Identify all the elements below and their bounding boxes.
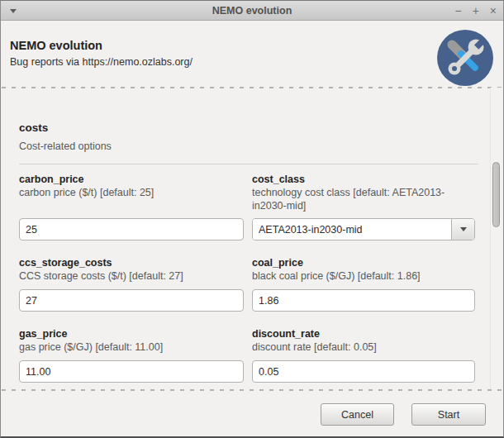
vertical-scrollbar[interactable] [490, 88, 502, 389]
field-label: coal_price [252, 256, 475, 269]
gas-price-input[interactable] [19, 360, 244, 383]
window-menu-icon[interactable] [10, 9, 17, 13]
start-button[interactable]: Start [411, 403, 486, 426]
scroll-edge-top [2, 87, 502, 88]
field-label: gas_price [19, 327, 244, 340]
section-description: Cost-related options [19, 140, 112, 152]
scrollbar-thumb[interactable] [492, 162, 500, 227]
dropdown-button[interactable] [451, 219, 474, 240]
field-label: ccs_storage_costs [19, 256, 244, 269]
discount-rate-input[interactable] [252, 360, 475, 383]
app-subtitle: Bug reports via https://nemo.ozlabs.org/ [10, 55, 502, 69]
field-label: discount_rate [252, 327, 475, 340]
field-label: cost_class [252, 173, 475, 186]
field-cost-class: cost_class technology cost class [defaul… [252, 173, 475, 240]
field-description: technology cost class [default: AETA2013… [252, 186, 475, 212]
field-label: carbon_price [19, 173, 244, 186]
tools-icon [437, 30, 493, 86]
cancel-button[interactable]: Cancel [321, 403, 394, 426]
field-gas-price: gas_price gas price ($/GJ) [default: 11.… [19, 327, 244, 383]
assistant-header: NEMO evolution Bug reports via https://n… [2, 21, 502, 87]
field-coal-price: coal_price black coal price ($/GJ) [defa… [252, 256, 475, 312]
titlebar[interactable]: NEMO evolution − + × [1, 1, 503, 21]
cost-class-combobox[interactable]: AETA2013-in2030-mid [252, 218, 475, 240]
field-description: black coal price ($/GJ) [default: 1.86] [252, 269, 475, 283]
carbon-price-input[interactable] [19, 218, 244, 240]
field-description: discount rate [default: 0.05] [252, 340, 475, 354]
close-button[interactable]: × [490, 1, 497, 21]
window-controls: − + × [454, 1, 497, 21]
ccs-storage-costs-input[interactable] [19, 289, 244, 312]
cost-class-value: AETA2013-in2030-mid [253, 219, 451, 240]
field-description: carbon price ($/t) [default: 25] [19, 186, 244, 199]
maximize-button[interactable]: + [473, 1, 479, 21]
section-separator [19, 164, 478, 164]
app-title: NEMO evolution [10, 38, 502, 53]
field-carbon-price: carbon_price carbon price ($/t) [default… [19, 173, 244, 240]
field-description: gas price ($/GJ) [default: 11.00] [19, 340, 244, 354]
section-title: costs [19, 121, 48, 134]
chevron-down-icon [460, 227, 467, 231]
field-description: CCS storage costs ($/t) [default: 27] [19, 269, 244, 283]
field-ccs-storage-costs: ccs_storage_costs CCS storage costs ($/t… [19, 256, 244, 312]
coal-price-input[interactable] [252, 289, 475, 312]
action-bar: Cancel Start [2, 391, 502, 436]
nemo-evolution-window: NEMO evolution − + × NEMO evolution Bug … [0, 0, 504, 438]
options-form: carbon_price carbon price ($/t) [default… [19, 173, 475, 383]
window-title: NEMO evolution [1, 5, 503, 17]
field-discount-rate: discount_rate discount rate [default: 0.… [252, 327, 475, 383]
minimize-button[interactable]: − [454, 1, 461, 21]
